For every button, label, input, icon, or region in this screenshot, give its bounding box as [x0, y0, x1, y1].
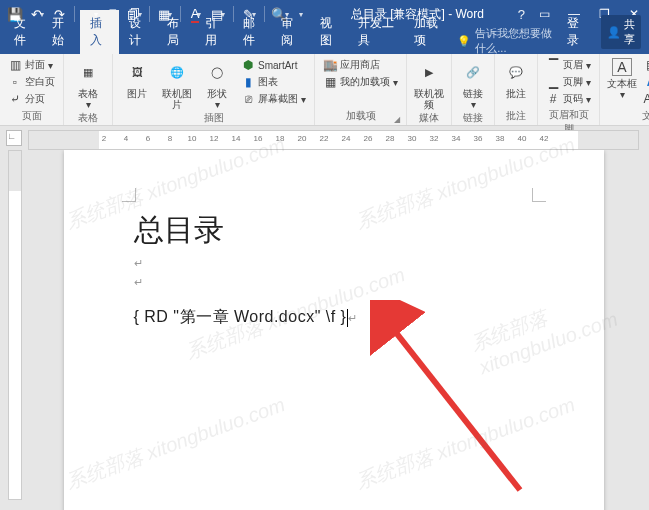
blank-page-icon: ▫ — [8, 75, 22, 89]
online-video-button[interactable]: ▶联机视频 — [413, 56, 445, 110]
tell-me-search[interactable]: 💡 告诉我您想要做什么... — [451, 28, 559, 54]
ribbon-insert: ▥封面 ▾ ▫空白页 ⤶分页 页面 ▦ 表格▾ 表格 🖼图片 🌐联机图片 ◯形状… — [0, 54, 649, 126]
document-page[interactable]: 总目录 ↵ ↵ { RD "第一章 Word.docx" \f }↵ — [64, 150, 604, 510]
group-label-illustrations: 插图 — [119, 110, 308, 127]
tab-home[interactable]: 开始 — [42, 10, 80, 54]
comment-button[interactable]: 💬批注 — [501, 56, 531, 99]
addins-icon: ▦ — [323, 75, 337, 89]
chart-button[interactable]: ▮图表 — [239, 74, 308, 90]
tab-view[interactable]: 视图 — [310, 10, 348, 54]
link-icon: 🔗 — [459, 58, 487, 86]
share-icon: 👤 — [607, 26, 621, 39]
group-tables: ▦ 表格▾ 表格 — [64, 54, 113, 125]
header-button[interactable]: ▔页眉 ▾ — [544, 57, 593, 73]
group-media: ▶联机视频 媒体 — [407, 54, 452, 125]
group-label-links: 链接 — [458, 110, 488, 127]
group-label-tables: 表格 — [70, 110, 106, 127]
online-pictures-button[interactable]: 🌐联机图片 — [159, 56, 195, 110]
screenshot-button[interactable]: ⎚屏幕截图 ▾ — [239, 91, 308, 107]
share-button[interactable]: 👤 共享 — [601, 15, 641, 49]
shapes-icon: ◯ — [203, 58, 231, 86]
page-break-icon: ⤶ — [8, 92, 22, 106]
group-header-footer: ▔页眉 ▾ ▁页脚 ▾ #页码 ▾ 页眉和页脚 — [538, 54, 600, 125]
group-label-media: 媒体 — [413, 110, 445, 127]
page-number-icon: # — [546, 92, 560, 106]
group-pages: ▥封面 ▾ ▫空白页 ⤶分页 页面 — [0, 54, 64, 125]
tab-developer[interactable]: 开发工具 — [348, 10, 404, 54]
my-addins-button[interactable]: ▦我的加载项 ▾ — [321, 74, 400, 90]
quick-parts-button[interactable]: ▤▾ — [642, 57, 649, 73]
margin-marker-tr — [532, 188, 546, 202]
drop-cap-button[interactable]: A≡▾ — [642, 91, 649, 107]
ribbon-tabs: 文件 开始 插入 设计 布局 引用 邮件 审阅 视图 开发工具 加载项 💡 告诉… — [0, 28, 649, 54]
store-button[interactable]: 🏬应用商店 — [321, 57, 400, 73]
group-links: 🔗链接▾ 链接 — [452, 54, 495, 125]
tab-review[interactable]: 审阅 — [271, 10, 309, 54]
chart-icon: ▮ — [241, 75, 255, 89]
page-number-button[interactable]: #页码 ▾ — [544, 91, 593, 107]
group-comments: 💬批注 批注 — [495, 54, 538, 125]
drop-cap-icon: A≡ — [644, 92, 649, 106]
help-icon[interactable]: ? — [518, 7, 525, 22]
group-label-comments: 批注 — [501, 108, 531, 125]
tab-insert[interactable]: 插入 — [80, 10, 118, 54]
links-button[interactable]: 🔗链接▾ — [458, 56, 488, 110]
quick-parts-icon: ▤ — [644, 58, 649, 72]
ribbon-display-icon[interactable]: ▭ — [529, 0, 559, 28]
shapes-button[interactable]: ◯形状▾ — [199, 56, 235, 110]
video-icon: ▶ — [415, 58, 443, 86]
addins-launcher-icon[interactable]: ◢ — [394, 115, 400, 124]
smartart-icon: ⬢ — [241, 58, 255, 72]
comment-icon: 💬 — [502, 58, 530, 86]
pictures-button[interactable]: 🖼图片 — [119, 56, 155, 99]
group-illustrations: 🖼图片 🌐联机图片 ◯形状▾ ⬢SmartArt ▮图表 ⎚屏幕截图 ▾ 插图 — [113, 54, 315, 125]
smartart-button[interactable]: ⬢SmartArt — [239, 57, 308, 73]
online-picture-icon: 🌐 — [163, 58, 191, 86]
tab-file[interactable]: 文件 — [4, 10, 42, 54]
document-area[interactable]: 总目录 ↵ ↵ { RD "第一章 Word.docx" \f }↵ — [28, 150, 639, 510]
group-label-text: 文本◢ — [606, 108, 649, 125]
group-label-addins: 加载项◢ — [321, 108, 400, 125]
lightbulb-icon: 💡 — [457, 35, 471, 48]
cover-page-button[interactable]: ▥封面 ▾ — [6, 57, 57, 73]
table-button[interactable]: ▦ 表格▾ — [70, 56, 106, 110]
paragraph-mark: ↵ — [134, 276, 534, 289]
picture-icon: 🖼 — [123, 58, 151, 86]
ruler-area: ∟ 24681012141618202224262830323436384042 — [0, 126, 649, 150]
header-icon: ▔ — [546, 58, 560, 72]
document-heading[interactable]: 总目录 — [134, 210, 534, 251]
textbox-icon: A — [612, 58, 632, 76]
login-button[interactable]: 登录 — [559, 10, 593, 54]
footer-button[interactable]: ▁页脚 ▾ — [544, 74, 593, 90]
vertical-ruler[interactable] — [8, 150, 22, 500]
qat-font-color-icon[interactable]: A▾ — [187, 5, 205, 23]
page-break-button[interactable]: ⤶分页 — [6, 91, 57, 107]
field-code-line[interactable]: { RD "第一章 Word.docx" \f }↵ — [134, 307, 534, 328]
group-label-pages: 页面 — [6, 108, 57, 125]
blank-page-button[interactable]: ▫空白页 — [6, 74, 57, 90]
footer-icon: ▁ — [546, 75, 560, 89]
paragraph-mark: ↵ — [134, 257, 534, 270]
text-box-button[interactable]: A文本框▾ — [606, 56, 638, 100]
wordart-button[interactable]: A▾ — [642, 74, 649, 90]
store-icon: 🏬 — [323, 58, 337, 72]
margin-marker-tl — [122, 188, 136, 202]
horizontal-ruler[interactable]: 24681012141618202224262830323436384042 — [28, 130, 639, 150]
cover-page-icon: ▥ — [8, 58, 22, 72]
group-text: A文本框▾ ▤▾ A▾ A≡▾ ✒▾ 🕒 ◫▾ 文本◢ — [600, 54, 649, 125]
tab-addins[interactable]: 加载项 — [404, 10, 451, 54]
table-icon: ▦ — [74, 58, 102, 86]
tab-selector[interactable]: ∟ — [6, 130, 22, 146]
wordart-icon: A — [644, 75, 649, 89]
group-addins: 🏬应用商店 ▦我的加载项 ▾ 加载项◢ — [315, 54, 407, 125]
screenshot-icon: ⎚ — [241, 92, 255, 106]
